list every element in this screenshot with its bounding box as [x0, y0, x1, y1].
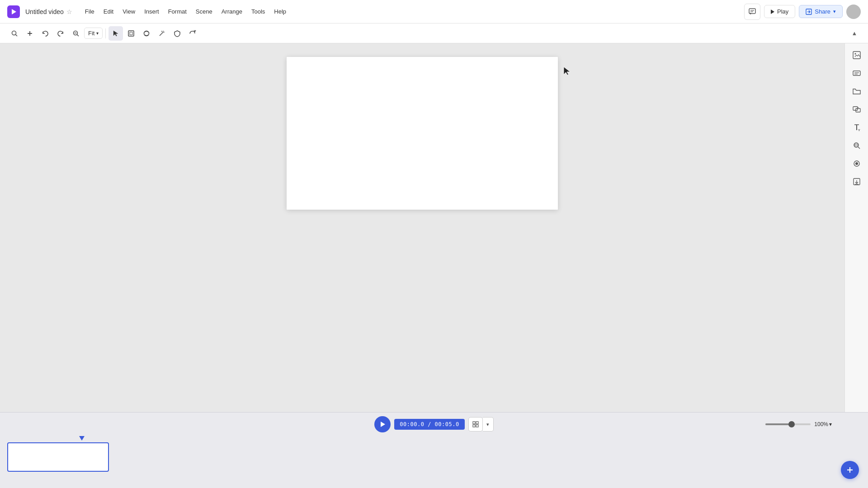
speed-control: 100% ▾: [765, 421, 832, 427]
layout-icon: [472, 421, 479, 427]
svg-rect-42: [473, 425, 475, 427]
loop-tool-button[interactable]: [139, 26, 154, 41]
app-logo[interactable]: [7, 5, 20, 18]
share-label: Share: [815, 8, 830, 15]
gallery-icon: [852, 105, 861, 114]
menu-scene[interactable]: Scene: [192, 6, 216, 17]
svg-rect-43: [476, 425, 478, 427]
comments-button[interactable]: [744, 4, 760, 20]
undo-button[interactable]: [38, 26, 52, 41]
layout-dropdown-button[interactable]: ▾: [483, 417, 494, 432]
folder-icon: [852, 87, 861, 96]
menu-insert[interactable]: Insert: [141, 6, 163, 17]
add-scene-icon: [846, 466, 854, 474]
menu-arrange[interactable]: Arrange: [218, 6, 246, 17]
cursor-icon: [113, 30, 119, 37]
svg-line-33: [858, 147, 860, 149]
text-icon: T: [852, 123, 861, 132]
add-icon: [26, 30, 33, 37]
time-separator: /: [428, 421, 434, 427]
refresh-tool-button[interactable]: [185, 26, 200, 41]
svg-rect-34: [855, 144, 858, 146]
speed-value: 100% ▾: [814, 421, 832, 427]
menu-view[interactable]: View: [119, 6, 139, 17]
layout-chevron-icon: ▾: [486, 422, 489, 427]
caption-icon: [852, 69, 861, 78]
speed-percent: 100%: [814, 421, 828, 427]
caption-button[interactable]: [849, 65, 865, 81]
share-icon: [806, 9, 812, 15]
text-button[interactable]: T: [849, 119, 865, 136]
shield-icon: [174, 30, 181, 37]
fit-dropdown[interactable]: Fit ▾: [84, 28, 103, 39]
top-bar: Untitled video ☆ File Edit View Insert F…: [0, 0, 868, 23]
cursor-tool-button[interactable]: [108, 26, 123, 41]
menu-tools[interactable]: Tools: [248, 6, 269, 17]
zoom-out-button[interactable]: [69, 26, 83, 41]
timeline-play-button[interactable]: [374, 416, 391, 432]
redo-icon: [57, 30, 64, 37]
svg-line-19: [163, 31, 164, 32]
svg-line-11: [77, 34, 79, 36]
svg-rect-40: [473, 422, 475, 424]
play-triangle-icon: [381, 422, 385, 427]
frame-icon: [127, 30, 135, 37]
speed-slider-track[interactable]: [765, 423, 811, 425]
svg-rect-13: [128, 31, 134, 36]
svg-rect-1: [749, 9, 755, 14]
speed-chevron-icon: ▾: [829, 421, 832, 427]
image-upload-button[interactable]: [849, 47, 865, 63]
timeline-marker: [79, 436, 85, 441]
menu-edit[interactable]: Edit: [100, 6, 117, 17]
visual-search-button[interactable]: [849, 137, 865, 154]
svg-point-21: [854, 53, 856, 55]
comment-icon: [748, 8, 756, 16]
refresh-icon: [189, 30, 196, 37]
visual-search-icon: [852, 141, 861, 150]
bottom-panel: 00:00.0 / 00:05.0 ▾: [0, 412, 868, 488]
export-button[interactable]: [849, 174, 865, 190]
record-button[interactable]: [849, 155, 865, 172]
redo-button[interactable]: [53, 26, 68, 41]
svg-marker-0: [12, 9, 16, 14]
share-chevron-icon: ▾: [833, 9, 836, 14]
svg-point-6: [12, 31, 16, 35]
search-button[interactable]: [7, 26, 22, 41]
add-button[interactable]: [23, 26, 37, 41]
menu-file[interactable]: File: [81, 6, 98, 17]
canvas[interactable]: [287, 57, 558, 210]
folder-button[interactable]: [849, 83, 865, 99]
record-icon: [852, 159, 861, 168]
favorite-icon[interactable]: ☆: [66, 8, 72, 15]
loop-icon: [143, 30, 150, 37]
play-icon: [771, 9, 774, 14]
avatar[interactable]: [846, 5, 861, 19]
toolbar-collapse-button[interactable]: ▲: [848, 27, 861, 40]
svg-rect-22: [853, 71, 860, 75]
zoom-out-icon: [72, 30, 80, 37]
separator-1: [105, 28, 106, 38]
menu-help[interactable]: Help: [270, 6, 290, 17]
image-upload-icon: [852, 51, 861, 60]
shape-tool-button[interactable]: [170, 26, 184, 41]
layout-button[interactable]: [468, 417, 483, 432]
menu-format[interactable]: Format: [165, 6, 190, 17]
collapse-icon: ▲: [852, 30, 858, 37]
svg-rect-41: [476, 422, 478, 424]
share-button[interactable]: Share ▾: [799, 5, 843, 18]
wand-icon: [158, 30, 165, 37]
export-icon: [852, 177, 861, 186]
undo-icon: [42, 30, 49, 37]
cursor-arrow-icon: [562, 66, 571, 77]
wand-tool-button[interactable]: [155, 26, 169, 41]
frame-tool-button[interactable]: [124, 26, 138, 41]
speed-slider-thumb[interactable]: [788, 421, 795, 427]
total-time: 00:05.0: [435, 421, 459, 427]
gallery-button[interactable]: [849, 101, 865, 117]
play-button[interactable]: Play: [764, 5, 795, 18]
scene-card[interactable]: [7, 442, 109, 472]
timeline-controls: 00:00.0 / 00:05.0 ▾: [0, 413, 868, 436]
svg-line-7: [16, 34, 18, 36]
add-scene-button[interactable]: [841, 461, 859, 479]
main-area: T: [0, 43, 868, 412]
